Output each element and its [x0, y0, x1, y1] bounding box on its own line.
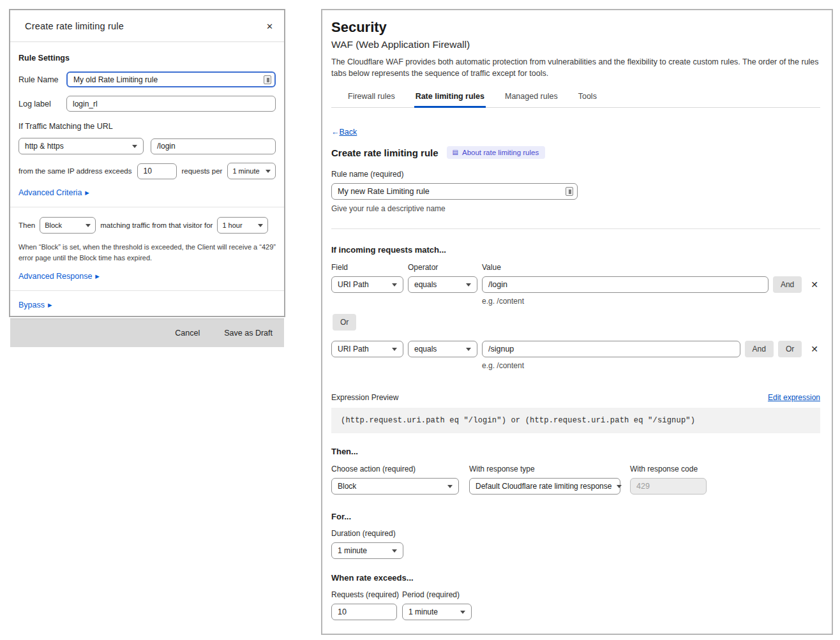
expression-preview-row: Expression Preview Edit expression — [331, 393, 820, 402]
divider — [10, 207, 284, 207]
close-icon[interactable]: ✕ — [265, 21, 274, 32]
period-select-value: 1 minute — [409, 607, 438, 616]
autofill-icon[interactable] — [566, 187, 573, 196]
chevron-down-icon — [460, 611, 465, 614]
triangle-right-icon: ▶ — [85, 190, 89, 196]
response-type-select[interactable]: Default Cloudflare rate limiting respons… — [469, 478, 620, 495]
rule-name-help: Give your rule a descriptive name — [331, 204, 820, 213]
traffic-matching-heading: If Traffic Matching the URL — [19, 122, 276, 131]
block-duration-value: 1 hour — [222, 221, 242, 229]
cancel-button[interactable]: Cancel — [175, 329, 200, 338]
chevron-down-icon — [466, 348, 471, 351]
or-button[interactable]: Or — [333, 314, 356, 331]
block-duration-select[interactable]: 1 hour — [217, 217, 268, 234]
period-select[interactable]: 1 minute — [402, 604, 472, 620]
rule-name-label: Rule Name — [19, 75, 59, 84]
expression-code: (http.request.uri.path eq "/login") or (… — [331, 408, 820, 433]
url-input-wrap — [151, 138, 276, 154]
log-label-label: Log label — [19, 100, 59, 108]
scheme-select-value: http & https — [25, 142, 64, 151]
action-select[interactable]: Block — [40, 217, 96, 234]
condition-column-labels: Field Operator Value — [331, 263, 820, 272]
remove-condition-icon[interactable]: ✕ — [809, 344, 820, 354]
bypass-label: Bypass — [19, 301, 45, 309]
tab-firewall-rules[interactable]: Firewall rules — [347, 88, 396, 107]
then-label: Then — [19, 221, 35, 229]
bypass-link[interactable]: Bypass ▶ — [19, 301, 52, 309]
then-labels: Choose action (required) With response t… — [331, 465, 820, 473]
page-subtitle: WAF (Web Application Firewall) — [331, 39, 820, 50]
value-input[interactable] — [482, 276, 769, 293]
or-button[interactable]: Or — [778, 341, 802, 357]
value-help: e.g. /content — [482, 361, 820, 370]
rule-name-input[interactable] — [66, 71, 276, 87]
scheme-select[interactable]: http & https — [19, 138, 144, 154]
save-as-draft-button[interactable]: Save as Draft — [224, 329, 273, 338]
log-label-input[interactable] — [66, 96, 276, 112]
rate-controls: 1 minute — [331, 604, 820, 620]
create-rate-limit-modal-legacy: Create rate limiting rule ✕ Rule Setting… — [9, 9, 285, 317]
duration-label: Duration (required) — [331, 529, 820, 538]
duration-select[interactable]: 1 minute — [331, 542, 403, 559]
chevron-down-icon — [132, 145, 137, 148]
advanced-response-link[interactable]: Advanced Response ▶ — [19, 272, 100, 281]
edit-expression-link[interactable]: Edit expression — [768, 393, 820, 402]
advanced-criteria-link[interactable]: Advanced Criteria ▶ — [19, 188, 89, 197]
requests-label: Requests (required) — [331, 590, 402, 599]
rule-name-input[interactable] — [331, 183, 578, 200]
value-input[interactable] — [482, 341, 740, 357]
threshold-prefix: from the same IP address exceeds — [19, 167, 132, 175]
operator-select[interactable]: equals — [408, 341, 477, 357]
field-select[interactable]: URI Path — [331, 341, 403, 357]
about-rate-limiting-badge[interactable]: ▤ About rate limiting rules — [447, 146, 546, 159]
back-link[interactable]: ←Back — [331, 128, 357, 137]
section-divider — [331, 228, 820, 229]
duration-select-value: 1 minute — [338, 546, 367, 555]
response-code-label: With response code — [630, 465, 698, 473]
action-select-value: Block — [45, 221, 62, 229]
response-type-select-value: Default Cloudflare rate limiting respons… — [476, 482, 611, 491]
threshold-period-select[interactable]: 1 minute — [227, 163, 276, 179]
modal-header: Create rate limiting rule ✕ — [10, 10, 284, 42]
chevron-down-icon — [447, 485, 453, 488]
field-select[interactable]: URI Path — [331, 276, 403, 293]
action-select[interactable]: Block — [331, 478, 459, 495]
chevron-down-icon — [392, 283, 397, 287]
chevron-down-icon — [258, 224, 263, 227]
tab-rate-limiting-rules[interactable]: Rate limiting rules — [414, 88, 486, 107]
condition-row: URI Path equals And Or ✕ — [331, 341, 820, 357]
chevron-down-icon — [392, 549, 397, 553]
expression-preview-label: Expression Preview — [331, 393, 398, 402]
threshold-requests-input[interactable] — [137, 163, 177, 179]
then-middle-text: matching traffic from that visitor for — [100, 221, 213, 229]
value-column-label: Value — [482, 263, 501, 272]
and-button[interactable]: And — [745, 341, 774, 357]
then-row: Then Block matching traffic from that vi… — [19, 217, 276, 234]
autofill-icon[interactable] — [264, 75, 271, 84]
modal-footer: Cancel Save as Draft — [10, 318, 284, 347]
tab-tools[interactable]: Tools — [577, 88, 598, 107]
and-button[interactable]: And — [773, 276, 802, 293]
requests-input[interactable] — [331, 604, 397, 620]
field-select-value: URI Path — [338, 345, 369, 353]
field-select-value: URI Path — [338, 280, 369, 289]
modal-title: Create rate limiting rule — [25, 21, 124, 31]
operator-column-label: Operator — [408, 263, 482, 272]
threshold-row: from the same IP address exceeds request… — [19, 163, 276, 179]
tab-managed-rules[interactable]: Managed rules — [504, 88, 559, 107]
url-input[interactable] — [151, 138, 276, 154]
screenshot-canvas: Create rate limiting rule ✕ Rule Setting… — [0, 0, 840, 640]
rule-settings-heading: Rule Settings — [19, 54, 276, 63]
security-waf-panel: Security WAF (Web Application Firewall) … — [321, 9, 833, 635]
waf-tabs: Firewall rules Rate limiting rules Manag… — [331, 88, 820, 108]
rule-name-input-wrap — [331, 183, 578, 200]
advanced-response-label: Advanced Response — [19, 272, 92, 281]
back-arrow-icon: ← — [331, 128, 340, 137]
operator-select[interactable]: equals — [408, 276, 477, 293]
field-column-label: Field — [331, 263, 408, 272]
rule-name-input-wrap — [66, 71, 276, 87]
rule-name-row: Rule Name — [19, 71, 276, 87]
remove-condition-icon[interactable]: ✕ — [809, 279, 820, 290]
choose-action-label: Choose action (required) — [331, 465, 469, 473]
form-title-row: Create rate limiting rule ▤ About rate l… — [331, 146, 820, 159]
